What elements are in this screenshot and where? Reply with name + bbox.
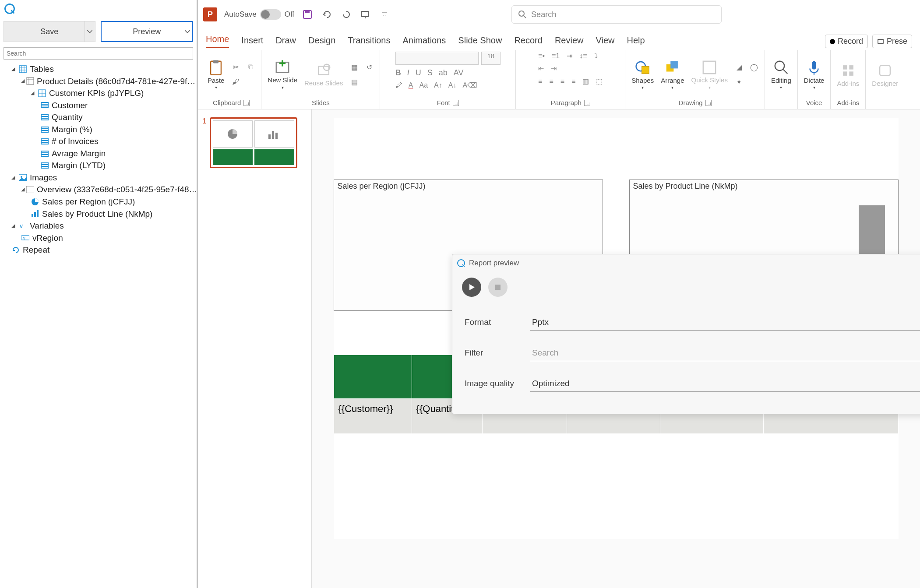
tree-node-sales-by-product-line[interactable]: Sales by Product Line (NkMp) <box>4 208 193 220</box>
smartart-icon[interactable]: ⬚ <box>596 77 603 85</box>
shadow-icon[interactable]: ab <box>439 68 448 77</box>
tab-animations[interactable]: Animations <box>402 35 446 48</box>
present-icon[interactable] <box>359 8 371 21</box>
tab-home[interactable]: Home <box>206 34 229 48</box>
designer-button[interactable]: Designer <box>870 62 900 87</box>
save-button-caret[interactable] <box>85 21 95 42</box>
align-text-icon[interactable]: ⫞ <box>564 65 567 73</box>
tree-node-vregion[interactable]: vvRegion <box>4 232 193 244</box>
qat-more-icon[interactable] <box>378 8 391 21</box>
ppt-search-input[interactable]: Search <box>511 5 722 24</box>
highlight-icon[interactable]: 🖍 <box>395 81 402 89</box>
preview-button-caret[interactable] <box>182 22 192 41</box>
preview-button[interactable]: Preview <box>101 21 194 42</box>
change-case-icon[interactable]: Aa <box>419 81 428 89</box>
align-left-icon[interactable]: ≡ <box>538 77 542 85</box>
copy-icon[interactable]: ⧉ <box>244 61 257 73</box>
redo-icon[interactable] <box>340 8 352 21</box>
numbering-icon[interactable]: ≡1 <box>552 52 560 60</box>
align-right-icon[interactable]: ≡ <box>560 77 564 85</box>
tree-node-customer[interactable]: Customer <box>4 99 193 112</box>
reuse-slides-button[interactable]: Reuse Slides <box>303 62 345 87</box>
paste-button[interactable]: Paste▾ <box>206 59 226 90</box>
tab-draw[interactable]: Draw <box>275 35 296 48</box>
slide-thumbnail-1[interactable] <box>210 117 297 168</box>
tab-slideshow[interactable]: Slide Show <box>458 35 502 48</box>
autosave-toggle[interactable]: AutoSave Off <box>224 9 294 20</box>
align-center-icon[interactable]: ≡ <box>549 77 553 85</box>
tree-node-quantity[interactable]: Quantity <box>4 111 193 123</box>
arrange-button[interactable]: Arrange▾ <box>659 59 686 90</box>
layout-icon[interactable]: ▦ <box>348 61 360 73</box>
tree-node-tables[interactable]: ◢Tables <box>4 63 193 75</box>
shrink-font-icon[interactable]: A↓ <box>448 81 457 89</box>
paragraph-launcher[interactable] <box>584 100 590 106</box>
new-slide-button[interactable]: New Slide▾ <box>266 59 299 90</box>
format-painter-icon[interactable]: 🖌 <box>229 76 242 88</box>
filter-select[interactable]: Search <box>530 345 920 361</box>
record-button[interactable]: Record <box>825 35 868 48</box>
save-button[interactable]: Save <box>4 21 95 42</box>
tab-insert[interactable]: Insert <box>241 35 263 48</box>
reset-icon[interactable]: ↺ <box>363 61 375 73</box>
grow-font-icon[interactable]: A↑ <box>434 81 442 89</box>
tree-node-overview[interactable]: ◢Overview (3337e68d-c051-4f25-95e7-f48… <box>4 183 193 196</box>
svg-rect-44 <box>21 236 29 240</box>
image-quality-select[interactable]: Optimized <box>530 375 920 392</box>
tab-design[interactable]: Design <box>308 35 335 48</box>
list-level-icon[interactable]: ⇥ <box>567 52 572 60</box>
font-launcher[interactable] <box>453 100 459 106</box>
tree-node-product-details[interactable]: ◢Product Details (86c0d7d4-781e-427e-9f… <box>4 75 193 88</box>
shape-outline-icon[interactable]: ◯ <box>748 61 760 73</box>
font-size-select[interactable]: 18 <box>481 52 501 65</box>
undo-icon[interactable] <box>321 8 333 21</box>
addins-button[interactable]: Add-ins <box>835 62 861 87</box>
tab-review[interactable]: Review <box>555 35 584 48</box>
justify-icon[interactable]: ≡ <box>571 77 575 85</box>
underline-icon[interactable]: U <box>416 68 421 77</box>
increase-indent-icon[interactable]: ⇥ <box>551 64 557 73</box>
svg-text:v: v <box>23 236 25 240</box>
text-direction-icon[interactable]: ⤵ <box>594 52 598 60</box>
cut-icon[interactable]: ✂ <box>229 61 242 73</box>
tree-node-customer-kpis[interactable]: ◢Customer KPIs (pJYPLG) <box>4 87 193 99</box>
tree-node-margin-lytd[interactable]: Margin (LYTD) <box>4 159 193 172</box>
shape-fill-icon[interactable]: ◢ <box>733 61 745 73</box>
char-spacing-icon[interactable]: AV <box>454 68 464 77</box>
section-icon[interactable]: ▤ <box>348 76 360 88</box>
italic-icon[interactable]: I <box>407 68 409 77</box>
line-spacing-icon[interactable]: ↕≡ <box>579 52 587 60</box>
tree-node-num-invoices[interactable]: # of Invoices <box>4 135 193 148</box>
tab-record[interactable]: Record <box>514 35 542 48</box>
tree-node-repeat[interactable]: Repeat <box>4 244 193 256</box>
stop-button[interactable] <box>488 278 508 297</box>
dictate-button[interactable]: Dictate▾ <box>802 59 826 90</box>
font-name-select[interactable] <box>395 52 479 65</box>
quick-styles-button[interactable]: Quick Styles▾ <box>690 59 730 90</box>
tree-node-avg-margin[interactable]: Avrage Margin <box>4 148 193 160</box>
shape-effects-icon[interactable]: ✦ <box>733 76 745 88</box>
tree-node-variables[interactable]: ◢vVariables <box>4 220 193 232</box>
editing-button[interactable]: Editing▾ <box>769 59 793 90</box>
drawing-launcher[interactable] <box>705 100 712 106</box>
clipboard-launcher[interactable] <box>243 100 250 106</box>
columns-icon[interactable]: ▥ <box>582 77 589 85</box>
bold-icon[interactable]: B <box>395 68 401 77</box>
font-color-icon[interactable]: A <box>409 81 413 89</box>
format-select[interactable]: Pptx <box>530 314 920 331</box>
bullets-icon[interactable]: ≡• <box>538 52 545 60</box>
tab-view[interactable]: View <box>596 35 614 48</box>
tab-help[interactable]: Help <box>627 35 645 48</box>
decrease-indent-icon[interactable]: ⇤ <box>538 64 544 73</box>
tab-transitions[interactable]: Transitions <box>348 35 390 48</box>
save-icon[interactable] <box>301 8 314 21</box>
shapes-button[interactable]: Shapes▾ <box>630 59 656 90</box>
present-button[interactable]: Prese <box>872 35 912 48</box>
tree-node-margin-pct[interactable]: Margin (%) <box>4 123 193 136</box>
tree-node-images[interactable]: ◢Images <box>4 172 193 184</box>
tree-node-sales-per-region[interactable]: Sales per Region (jCFJJ) <box>4 196 193 208</box>
sidebar-search-input[interactable] <box>4 47 193 60</box>
play-button[interactable] <box>462 278 481 297</box>
strike-icon[interactable]: S <box>427 68 433 77</box>
clear-format-icon[interactable]: A⌫ <box>462 81 477 89</box>
